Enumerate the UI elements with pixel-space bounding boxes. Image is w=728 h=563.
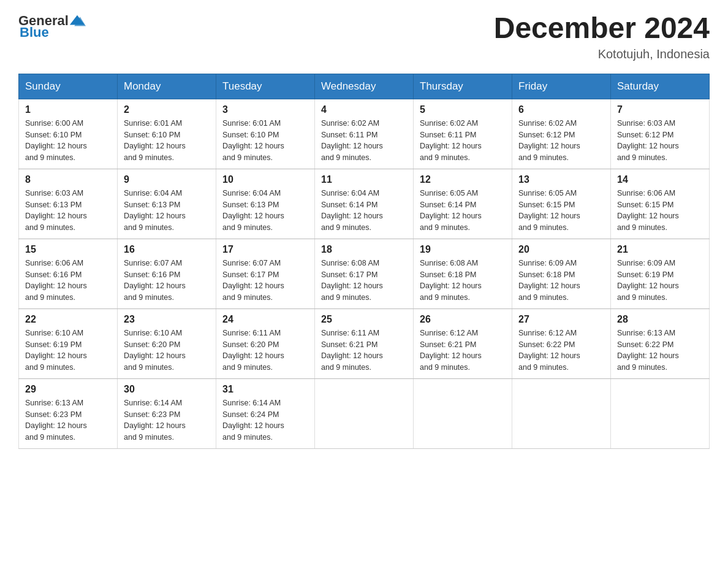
calendar-header-row: SundayMondayTuesdayWednesdayThursdayFrid… [19,74,710,99]
column-header-monday: Monday [118,74,216,99]
day-info: Sunrise: 6:02 AM Sunset: 6:11 PM Dayligh… [321,118,407,164]
calendar-cell: 29 Sunrise: 6:13 AM Sunset: 6:23 PM Dayl… [19,378,118,448]
day-info: Sunrise: 6:06 AM Sunset: 6:15 PM Dayligh… [617,188,703,234]
calendar-cell: 9 Sunrise: 6:04 AM Sunset: 6:13 PM Dayli… [118,169,216,239]
day-info: Sunrise: 6:07 AM Sunset: 6:16 PM Dayligh… [124,258,210,304]
day-number: 20 [518,244,604,255]
day-number: 9 [124,174,210,185]
calendar-cell [512,378,611,448]
calendar-cell: 22 Sunrise: 6:10 AM Sunset: 6:19 PM Dayl… [19,308,118,378]
day-info: Sunrise: 6:06 AM Sunset: 6:16 PM Dayligh… [25,258,111,304]
day-info: Sunrise: 6:04 AM Sunset: 6:13 PM Dayligh… [124,188,210,234]
column-header-thursday: Thursday [414,74,512,99]
calendar-cell: 28 Sunrise: 6:13 AM Sunset: 6:22 PM Dayl… [611,308,710,378]
day-number: 8 [25,174,111,185]
day-number: 27 [518,314,604,325]
day-number: 4 [321,104,407,115]
day-number: 13 [518,174,604,185]
column-header-wednesday: Wednesday [315,74,414,99]
day-number: 5 [420,104,506,115]
calendar-cell: 25 Sunrise: 6:11 AM Sunset: 6:21 PM Dayl… [315,308,414,378]
day-info: Sunrise: 6:13 AM Sunset: 6:23 PM Dayligh… [25,397,111,443]
day-number: 1 [25,104,111,115]
logo: General Blue [18,12,86,40]
day-number: 31 [222,384,308,395]
day-info: Sunrise: 6:03 AM Sunset: 6:12 PM Dayligh… [617,118,703,164]
calendar-cell: 13 Sunrise: 6:05 AM Sunset: 6:15 PM Dayl… [512,169,611,239]
calendar-cell: 24 Sunrise: 6:11 AM Sunset: 6:20 PM Dayl… [216,308,315,378]
day-info: Sunrise: 6:11 AM Sunset: 6:20 PM Dayligh… [222,327,308,373]
location-text: Kototujuh, Indonesia [494,47,710,61]
day-info: Sunrise: 6:10 AM Sunset: 6:19 PM Dayligh… [25,327,111,373]
day-number: 25 [321,314,407,325]
calendar-cell: 27 Sunrise: 6:12 AM Sunset: 6:22 PM Dayl… [512,308,611,378]
logo-icon [69,12,86,29]
calendar-week-3: 15 Sunrise: 6:06 AM Sunset: 6:16 PM Dayl… [19,239,710,308]
calendar-cell: 15 Sunrise: 6:06 AM Sunset: 6:16 PM Dayl… [19,239,118,308]
day-info: Sunrise: 6:04 AM Sunset: 6:14 PM Dayligh… [321,188,407,234]
page-header: General Blue December 2024 Kototujuh, In… [18,12,710,61]
logo-blue-text: Blue [20,25,49,40]
day-number: 6 [518,104,604,115]
calendar-cell: 30 Sunrise: 6:14 AM Sunset: 6:23 PM Dayl… [118,378,216,448]
calendar-cell [315,378,414,448]
column-header-saturday: Saturday [611,74,710,99]
day-info: Sunrise: 6:07 AM Sunset: 6:17 PM Dayligh… [222,258,308,304]
day-info: Sunrise: 6:00 AM Sunset: 6:10 PM Dayligh… [25,118,111,164]
day-number: 11 [321,174,407,185]
day-info: Sunrise: 6:03 AM Sunset: 6:13 PM Dayligh… [25,188,111,234]
day-info: Sunrise: 6:09 AM Sunset: 6:19 PM Dayligh… [617,258,703,304]
calendar-cell: 18 Sunrise: 6:08 AM Sunset: 6:17 PM Dayl… [315,239,414,308]
day-info: Sunrise: 6:08 AM Sunset: 6:18 PM Dayligh… [420,258,506,304]
day-number: 23 [124,314,210,325]
day-number: 26 [420,314,506,325]
day-number: 18 [321,244,407,255]
day-info: Sunrise: 6:12 AM Sunset: 6:22 PM Dayligh… [518,327,604,373]
day-number: 19 [420,244,506,255]
calendar-week-2: 8 Sunrise: 6:03 AM Sunset: 6:13 PM Dayli… [19,169,710,239]
day-info: Sunrise: 6:05 AM Sunset: 6:15 PM Dayligh… [518,188,604,234]
title-section: December 2024 Kototujuh, Indonesia [494,12,710,61]
day-info: Sunrise: 6:02 AM Sunset: 6:11 PM Dayligh… [420,118,506,164]
day-number: 16 [124,244,210,255]
day-number: 2 [124,104,210,115]
day-info: Sunrise: 6:04 AM Sunset: 6:13 PM Dayligh… [222,188,308,234]
calendar-cell: 19 Sunrise: 6:08 AM Sunset: 6:18 PM Dayl… [414,239,512,308]
column-header-tuesday: Tuesday [216,74,315,99]
day-info: Sunrise: 6:09 AM Sunset: 6:18 PM Dayligh… [518,258,604,304]
day-info: Sunrise: 6:14 AM Sunset: 6:23 PM Dayligh… [124,397,210,443]
month-title: December 2024 [494,12,710,45]
day-number: 15 [25,244,111,255]
calendar-cell: 1 Sunrise: 6:00 AM Sunset: 6:10 PM Dayli… [19,99,118,169]
calendar-cell: 16 Sunrise: 6:07 AM Sunset: 6:16 PM Dayl… [118,239,216,308]
calendar-table: SundayMondayTuesdayWednesdayThursdayFrid… [18,74,710,449]
calendar-cell [414,378,512,448]
day-info: Sunrise: 6:01 AM Sunset: 6:10 PM Dayligh… [222,118,308,164]
calendar-cell: 6 Sunrise: 6:02 AM Sunset: 6:12 PM Dayli… [512,99,611,169]
day-number: 30 [124,384,210,395]
column-header-sunday: Sunday [19,74,118,99]
day-number: 3 [222,104,308,115]
calendar-cell: 5 Sunrise: 6:02 AM Sunset: 6:11 PM Dayli… [414,99,512,169]
day-info: Sunrise: 6:10 AM Sunset: 6:20 PM Dayligh… [124,327,210,373]
day-info: Sunrise: 6:01 AM Sunset: 6:10 PM Dayligh… [124,118,210,164]
day-number: 14 [617,174,703,185]
calendar-cell: 23 Sunrise: 6:10 AM Sunset: 6:20 PM Dayl… [118,308,216,378]
calendar-cell: 3 Sunrise: 6:01 AM Sunset: 6:10 PM Dayli… [216,99,315,169]
day-info: Sunrise: 6:05 AM Sunset: 6:14 PM Dayligh… [420,188,506,234]
day-number: 24 [222,314,308,325]
day-info: Sunrise: 6:02 AM Sunset: 6:12 PM Dayligh… [518,118,604,164]
day-number: 22 [25,314,111,325]
calendar-cell: 11 Sunrise: 6:04 AM Sunset: 6:14 PM Dayl… [315,169,414,239]
day-info: Sunrise: 6:13 AM Sunset: 6:22 PM Dayligh… [617,327,703,373]
column-header-friday: Friday [512,74,611,99]
day-info: Sunrise: 6:08 AM Sunset: 6:17 PM Dayligh… [321,258,407,304]
calendar-week-1: 1 Sunrise: 6:00 AM Sunset: 6:10 PM Dayli… [19,99,710,169]
calendar-week-5: 29 Sunrise: 6:13 AM Sunset: 6:23 PM Dayl… [19,378,710,448]
calendar-cell: 31 Sunrise: 6:14 AM Sunset: 6:24 PM Dayl… [216,378,315,448]
calendar-cell: 17 Sunrise: 6:07 AM Sunset: 6:17 PM Dayl… [216,239,315,308]
day-info: Sunrise: 6:12 AM Sunset: 6:21 PM Dayligh… [420,327,506,373]
calendar-cell: 10 Sunrise: 6:04 AM Sunset: 6:13 PM Dayl… [216,169,315,239]
calendar-cell: 12 Sunrise: 6:05 AM Sunset: 6:14 PM Dayl… [414,169,512,239]
day-number: 17 [222,244,308,255]
